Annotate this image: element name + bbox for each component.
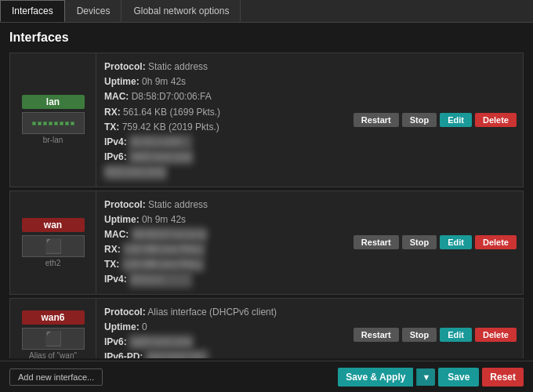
iface-subname-wan: eth2 (45, 259, 60, 267)
save-apply-button[interactable]: Save & Apply (338, 368, 413, 387)
port-dot (32, 122, 36, 125)
restart-button-wan[interactable]: Restart (354, 235, 399, 249)
port-dot (49, 122, 53, 125)
stop-button-wan6[interactable]: Stop (402, 328, 437, 342)
interface-row-lan: lan br-lan Protocol: Static address Upti… (9, 53, 524, 187)
add-interface-button[interactable]: Add new interface... (9, 368, 103, 386)
iface-left-wan6: wan6 ⬛ Alias of "wan" (10, 299, 96, 358)
tabs-bar: Interfaces Devices Global network option… (0, 0, 533, 23)
delete-button-wan6[interactable]: Delete (475, 328, 517, 342)
main-content: Interfaces lan br-lan Protocol: Static a (0, 23, 533, 358)
port-dot (38, 122, 42, 125)
port-dot (71, 122, 74, 125)
iface-actions-wan: Restart Stop Edit Delete (347, 191, 523, 294)
footer-right: Save & Apply ▼ Save Reset (338, 368, 524, 387)
iface-icon-wan: ⬛ (22, 235, 85, 257)
iface-left-wan: wan ⬛ eth2 (10, 191, 96, 294)
iface-icon-wan6: ⬛ (22, 328, 85, 350)
footer-left: Add new interface... (9, 368, 103, 386)
iface-left-lan: lan br-lan (10, 53, 96, 187)
footer: Add new interface... Save & Apply ▼ Save… (0, 361, 533, 392)
iface-actions-lan: Restart Stop Edit Delete (347, 53, 523, 187)
page-title: Interfaces (9, 31, 524, 45)
iface-info-wan6: Protocol: Alias interface (DHCPv6 client… (96, 299, 347, 358)
port-dot (43, 122, 47, 125)
port-dot (54, 122, 58, 125)
iface-subname-lan: br-lan (43, 136, 63, 144)
iface-icon-lan (22, 112, 85, 134)
tab-interfaces[interactable]: Interfaces (0, 0, 65, 22)
edit-button-lan[interactable]: Edit (440, 113, 472, 127)
stop-button-wan[interactable]: Stop (402, 235, 437, 249)
tab-devices[interactable]: Devices (65, 0, 122, 22)
iface-info-lan: Protocol: Static address Uptime: 0h 9m 4… (96, 53, 347, 187)
iface-badge-wan6: wan6 (22, 310, 85, 325)
edit-button-wan[interactable]: Edit (440, 235, 472, 249)
port-dot (60, 122, 63, 125)
iface-info-wan: Protocol: Static address Uptime: 0h 9m 4… (96, 191, 347, 294)
interface-row-wan6: wan6 ⬛ Alias of "wan" Protocol: Alias in… (9, 298, 524, 358)
interface-row-wan: wan ⬛ eth2 Protocol: Static address Upti… (9, 191, 524, 295)
reset-button[interactable]: Reset (482, 368, 524, 387)
restart-button-lan[interactable]: Restart (354, 113, 399, 127)
iface-actions-wan6: Restart Stop Edit Delete (347, 299, 523, 358)
port-dot (65, 122, 69, 125)
restart-button-wan6[interactable]: Restart (354, 328, 399, 342)
iface-badge-wan: wan (22, 218, 85, 232)
edit-button-wan6[interactable]: Edit (440, 328, 472, 342)
iface-badge-lan: lan (22, 95, 85, 109)
delete-button-lan[interactable]: Delete (475, 113, 517, 127)
network-icon-wan6: ⬛ (45, 330, 62, 347)
stop-button-lan[interactable]: Stop (402, 113, 437, 127)
iface-subname-wan6: Alias of "wan" (29, 351, 77, 359)
tab-global-network[interactable]: Global network options (121, 0, 241, 22)
save-button[interactable]: Save (438, 368, 479, 387)
save-apply-dropdown-button[interactable]: ▼ (416, 368, 435, 386)
network-icon: ⬛ (45, 238, 62, 255)
delete-button-wan[interactable]: Delete (475, 235, 517, 249)
